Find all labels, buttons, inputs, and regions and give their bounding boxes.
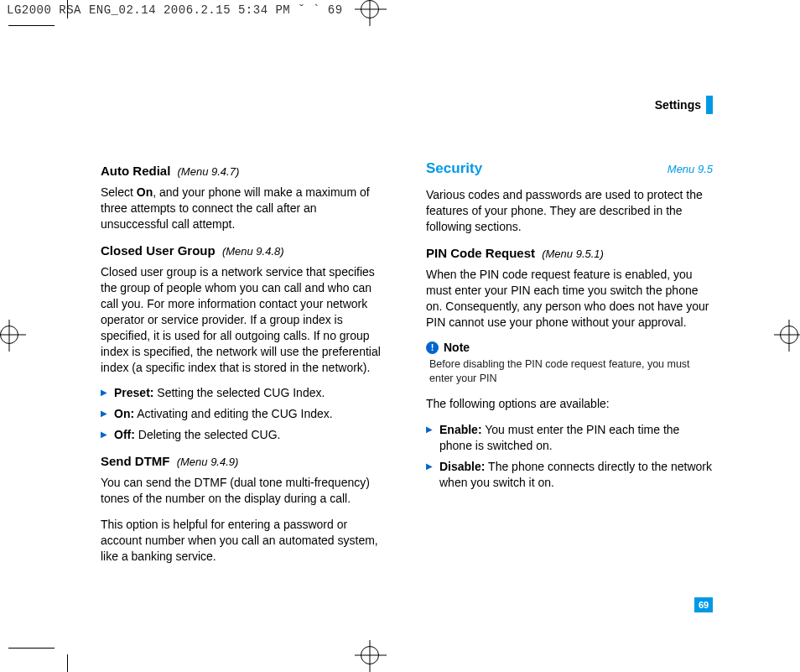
left-column: Auto Redial (Menu 9.4.7) Select On, and …	[101, 159, 387, 575]
list-item: Disable: The phone connects directly to …	[426, 459, 713, 491]
item-label: Enable:	[439, 423, 482, 436]
item-label: Disable:	[439, 460, 485, 473]
note-label: Note	[444, 340, 470, 356]
heading-dtmf: Send DTMF (Menu 9.4.9)	[101, 453, 387, 470]
list-item: Preset: Setting the selected CUG Index.	[101, 385, 387, 401]
list-item: On: Activating and editing the CUG Index…	[101, 406, 387, 422]
pin-body: When the PIN code request feature is ena…	[426, 267, 713, 331]
registration-mark-right	[780, 326, 798, 344]
item-label: On:	[114, 407, 134, 420]
crop-mark	[67, 654, 68, 672]
menu-ref: (Menu 9.4.8)	[222, 245, 284, 258]
item-text: Setting the selected CUG Index.	[153, 386, 325, 399]
dtmf-body-2: This option is helpful for entering a pa…	[101, 517, 387, 565]
heading-text: PIN Code Request	[426, 246, 535, 260]
info-icon: !	[426, 341, 439, 354]
page-number: 69	[694, 597, 713, 612]
item-label: Off:	[114, 428, 135, 441]
section-header: Settings	[655, 96, 713, 114]
text: Select	[101, 185, 137, 199]
item-text: Activating and editing the CUG Index.	[134, 407, 333, 420]
heading-text: Auto Redial	[101, 164, 170, 178]
list-item: Off: Deleting the selected CUG.	[101, 427, 387, 443]
list-item: Enable: You must enter the PIN each time…	[426, 422, 713, 454]
note-block: ! Note Before disabling the PIN code req…	[426, 340, 713, 386]
text-bold: On	[137, 185, 153, 199]
cug-options-list: Preset: Setting the selected CUG Index. …	[101, 385, 387, 443]
section-tab-icon	[706, 96, 713, 114]
item-label: Preset:	[114, 386, 153, 399]
crop-mark	[8, 25, 55, 26]
note-body: Before disabling the PIN code request fe…	[429, 357, 713, 386]
right-column: Security Menu 9.5 Various codes and pass…	[426, 159, 713, 575]
crop-mark	[8, 648, 55, 649]
options-intro: The following options are available:	[426, 396, 713, 412]
print-metadata-header: LG2000 RSA ENG_02.14 2006.2.15 5:34 PM ˘…	[7, 3, 343, 17]
menu-ref: (Menu 9.4.9)	[177, 456, 239, 468]
heading-security: Security	[426, 159, 482, 179]
section-label: Settings	[655, 98, 701, 112]
crop-mark	[67, 0, 68, 18]
pin-options-list: Enable: You must enter the PIN each time…	[426, 422, 713, 491]
menu-ref: (Menu 9.4.7)	[178, 165, 240, 178]
auto-redial-body: Select On, and your phone will make a ma…	[101, 185, 387, 232]
menu-ref: (Menu 9.5.1)	[542, 247, 604, 260]
registration-mark-left	[0, 326, 18, 344]
registration-mark-bottom	[361, 646, 379, 664]
item-text: Deleting the selected CUG.	[135, 428, 281, 441]
heading-auto-redial: Auto Redial (Menu 9.4.7)	[101, 163, 387, 180]
page-content: Settings Auto Redial (Menu 9.4.7) Select…	[67, 25, 738, 646]
heading-text: Send DTMF	[101, 454, 170, 468]
menu-ref: Menu 9.5	[668, 162, 713, 177]
heading-text: Closed User Group	[101, 243, 216, 258]
cug-body: Closed user group is a network service t…	[101, 264, 387, 375]
heading-cug: Closed User Group (Menu 9.4.8)	[101, 242, 387, 259]
security-intro: Various codes and passwords are used to …	[426, 187, 713, 235]
heading-pin: PIN Code Request (Menu 9.5.1)	[426, 245, 713, 262]
heading-security-row: Security Menu 9.5	[426, 159, 713, 179]
registration-mark-top	[361, 0, 379, 18]
dtmf-body-1: You can send the DTMF (dual tone multi-f…	[101, 475, 387, 507]
